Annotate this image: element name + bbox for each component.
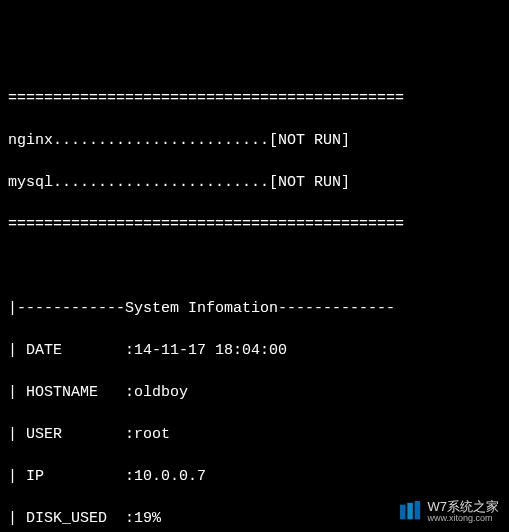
svg-rect-1 [407,503,413,519]
sysinfo-ip: | IP :10.0.0.7 [8,466,501,487]
service-dots: ........................ [53,130,269,151]
watermark-title: W7系统之家 [428,500,500,514]
sysinfo-header: |------------System Infomation----------… [8,298,501,319]
watermark-logo-icon [400,501,422,523]
service-row: mysql........................[NOT RUN] [8,172,501,193]
sysinfo-date: | DATE :14-11-17 18:04:00 [8,340,501,361]
service-row: nginx........................[NOT RUN] [8,130,501,151]
service-status: [NOT RUN] [269,130,350,151]
divider-mid: ========================================… [8,214,501,235]
service-name: nginx [8,130,53,151]
svg-rect-2 [414,501,420,519]
sysinfo-user: | USER :root [8,424,501,445]
sysinfo-hostname: | HOSTNAME :oldboy [8,382,501,403]
divider-top: ========================================… [8,88,501,109]
watermark-url: www.xitong.com [428,514,500,524]
service-dots: ........................ [53,172,269,193]
service-name: mysql [8,172,53,193]
watermark: W7系统之家 www.xitong.com [400,500,500,524]
svg-rect-0 [400,505,406,520]
blank-line [8,256,501,277]
service-status: [NOT RUN] [269,172,350,193]
